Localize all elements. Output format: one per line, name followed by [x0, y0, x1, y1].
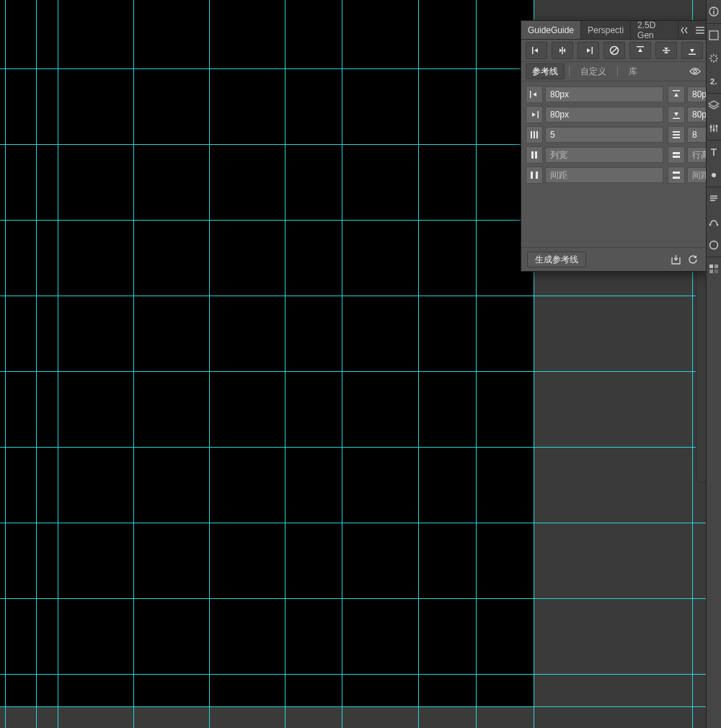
guide-horizontal[interactable] — [0, 674, 707, 675]
svg-marker-1 — [534, 48, 538, 53]
guide-vertical[interactable] — [133, 0, 134, 728]
svg-rect-21 — [538, 111, 539, 118]
svg-rect-0 — [532, 47, 534, 54]
align-top-button[interactable] — [629, 42, 651, 59]
svg-rect-35 — [531, 172, 533, 179]
svg-rect-64 — [715, 265, 718, 268]
align-bottom-button[interactable] — [681, 42, 703, 59]
circle-panel-icon[interactable] — [707, 234, 721, 257]
svg-marker-18 — [533, 92, 536, 97]
svg-point-60 — [709, 224, 712, 226]
loading-icon[interactable] — [707, 47, 721, 70]
clear-guides-button[interactable] — [603, 42, 625, 59]
subtab-guides[interactable]: 参考线 — [526, 63, 565, 79]
svg-point-57 — [713, 129, 715, 131]
svg-marker-10 — [638, 48, 642, 52]
save-set-icon[interactable] — [667, 254, 684, 265]
panel-footer: 生成参考线 — [521, 247, 707, 271]
subtab-library[interactable]: 库 — [622, 63, 644, 79]
divider — [569, 66, 570, 76]
guide-vertical[interactable] — [209, 0, 210, 728]
visibility-toggle-icon[interactable] — [687, 67, 703, 76]
panel-label[interactable]: 2. — [707, 70, 721, 93]
svg-point-16 — [694, 70, 696, 73]
guide-vertical[interactable] — [418, 0, 419, 728]
guideguide-panel: GuideGuide Perspecti 2.5D Gen — [521, 20, 708, 272]
collapsed-panels-strip: 2. — [706, 0, 721, 728]
guide-horizontal[interactable] — [0, 706, 707, 707]
svg-rect-65 — [709, 270, 713, 273]
generate-guides-button[interactable]: 生成参考线 — [527, 252, 586, 267]
guide-vertical[interactable] — [58, 0, 58, 728]
tab-perspective[interactable]: Perspecti — [581, 21, 631, 39]
layers-panel-icon[interactable] — [707, 94, 721, 117]
svg-marker-24 — [674, 112, 678, 116]
svg-rect-27 — [536, 131, 538, 138]
svg-point-62 — [710, 241, 718, 249]
guide-horizontal[interactable] — [0, 447, 707, 448]
panel-body-space — [521, 188, 707, 247]
type-panel-icon[interactable] — [707, 141, 721, 164]
svg-rect-30 — [673, 137, 680, 138]
refresh-icon[interactable] — [684, 254, 702, 265]
row-gutter-icon — [668, 167, 685, 184]
align-center-button[interactable] — [552, 42, 573, 59]
column-gutter-icon — [526, 167, 543, 184]
guide-horizontal[interactable] — [0, 523, 707, 523]
svg-rect-33 — [673, 152, 680, 154]
svg-marker-15 — [690, 49, 694, 53]
margin-top-icon — [668, 86, 685, 103]
svg-marker-20 — [674, 93, 678, 97]
svg-rect-28 — [673, 131, 680, 133]
columns-input[interactable] — [545, 127, 663, 143]
collapse-icon[interactable] — [678, 21, 693, 39]
margin-right-icon — [526, 106, 543, 123]
svg-point-61 — [717, 224, 719, 226]
svg-rect-11 — [663, 50, 670, 51]
svg-point-56 — [710, 126, 712, 128]
info-panel-icon[interactable] — [707, 0, 721, 23]
adjustments-panel-icon[interactable] — [707, 117, 721, 140]
column-width-input[interactable] — [545, 147, 663, 163]
align-right-button[interactable] — [578, 42, 599, 59]
margin-right-input[interactable] — [545, 107, 663, 123]
guide-horizontal[interactable] — [0, 296, 707, 296]
svg-rect-63 — [709, 265, 713, 268]
tab-25d-gen[interactable]: 2.5D Gen — [631, 21, 678, 39]
guide-horizontal[interactable] — [0, 598, 707, 599]
paragraph-panel-icon[interactable] — [707, 187, 721, 210]
guide-vertical[interactable] — [476, 0, 477, 728]
svg-point-58 — [716, 125, 718, 128]
subtab-custom[interactable]: 自定义 — [574, 63, 613, 79]
svg-rect-5 — [592, 47, 593, 54]
guide-vertical[interactable] — [36, 0, 37, 728]
align-left-button[interactable] — [526, 42, 547, 59]
brush-panel-icon[interactable] — [707, 164, 721, 187]
svg-marker-22 — [532, 112, 536, 117]
margin-left-icon — [526, 86, 543, 103]
column-gutter-input[interactable] — [545, 167, 663, 183]
guideguide-panel-icon[interactable] — [707, 24, 721, 47]
svg-rect-66 — [715, 270, 718, 273]
svg-marker-13 — [664, 51, 668, 53]
svg-marker-4 — [563, 48, 565, 53]
path-panel-icon[interactable] — [707, 210, 721, 234]
align-middle-button[interactable] — [655, 42, 677, 59]
margin-left-input[interactable] — [545, 86, 663, 102]
svg-rect-2 — [562, 47, 563, 54]
svg-marker-52 — [709, 101, 719, 107]
guide-horizontal[interactable] — [0, 371, 707, 372]
guide-vertical[interactable] — [285, 0, 286, 728]
artboard — [0, 0, 534, 706]
margin-bottom-icon — [668, 106, 685, 123]
guide-vertical[interactable] — [342, 0, 342, 728]
svg-marker-3 — [559, 48, 562, 53]
swatches-panel-icon[interactable] — [707, 257, 721, 280]
svg-rect-19 — [673, 90, 680, 92]
tab-guideguide[interactable]: GuideGuide — [521, 21, 581, 39]
svg-rect-42 — [713, 9, 714, 10]
column-width-icon — [526, 146, 543, 164]
panel-menu-icon[interactable] — [693, 21, 707, 39]
svg-line-50 — [711, 60, 712, 61]
guide-vertical[interactable] — [5, 0, 6, 728]
